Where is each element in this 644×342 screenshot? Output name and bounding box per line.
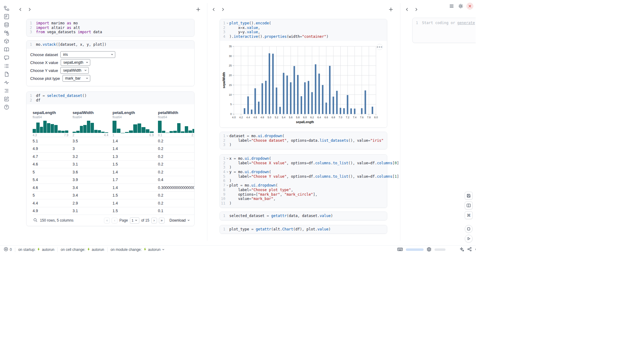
column-1-add-cell-button[interactable] [195, 6, 201, 12]
cpu-usage-bar [406, 248, 424, 251]
table-row[interactable]: 4.42.91.40.2setosa [33, 199, 194, 207]
run-config-item[interactable]: on module change:autorun [111, 247, 165, 252]
table-row[interactable]: 4.73.21.30.2setosa [33, 152, 194, 160]
code-editor[interactable]: 1plot_type = getattr(alt.Chart(df), plot… [220, 225, 387, 233]
marimo-file-icon[interactable] [3, 14, 10, 20]
column-1-move-right-button[interactable] [27, 7, 32, 12]
table-row[interactable]: 5.13.51.40.2setosa [33, 137, 194, 145]
first-page-button[interactable]: « [104, 218, 110, 223]
column-2-move-left-button[interactable] [211, 7, 216, 12]
table-row[interactable]: 53.61.40.2setosa [33, 168, 194, 176]
fold-chevron-icon[interactable] [225, 183, 229, 188]
fold-chevron-icon[interactable] [225, 161, 229, 166]
snippets-icon[interactable] [3, 71, 10, 77]
shutdown-close-button[interactable] [467, 3, 473, 9]
keyboard-shortcuts-button[interactable]: ⌘ [465, 211, 473, 219]
fold-chevron-icon[interactable] [225, 34, 229, 39]
column-3-move-right-button[interactable] [413, 7, 419, 12]
page-select[interactable]: 1 [130, 217, 139, 224]
keyboard-icon[interactable] [397, 247, 403, 253]
fold-chevron-icon[interactable] [225, 174, 229, 179]
fold-chevron-icon[interactable] [225, 156, 229, 161]
app-preview-button[interactable] [465, 225, 473, 233]
column-header[interactable]: petalWidthfloat640.12.5 [158, 110, 194, 137]
table-row[interactable]: 4.93.11.50.1setosa [33, 207, 194, 215]
fold-chevron-icon[interactable] [225, 30, 229, 34]
cell-new-empty[interactable]: 1Start coding or generate with AI [412, 18, 476, 43]
column-header[interactable]: sepalLengthfloat644.37.9 [33, 110, 73, 137]
fold-chevron-icon[interactable] [225, 165, 229, 170]
generate-with-ai-link[interactable]: generate [457, 21, 475, 25]
scratchpad-icon[interactable] [3, 96, 10, 102]
settings-gear-button[interactable] [457, 3, 464, 9]
code-editor[interactable]: 1selected_dataset = getattr(data, datase… [220, 212, 387, 220]
column-1-move-left-button[interactable] [18, 7, 23, 12]
power-icon[interactable] [475, 247, 476, 252]
ai-chat-icon[interactable] [3, 55, 10, 61]
database-icon[interactable] [3, 22, 10, 28]
status-bar: 0 on startup:autorunon cell change:autor… [0, 245, 476, 254]
table-row[interactable]: 4.63.41.40.30000000000000004setosa [33, 183, 194, 191]
documentation-icon[interactable] [3, 47, 10, 52]
file-tree-icon[interactable] [3, 5, 10, 11]
table-cell: 0.2 [158, 193, 194, 198]
notebook-menu-button[interactable] [448, 3, 455, 9]
code-editor[interactable]: 1mo.vstack([dataset, x, y, plot]) [27, 41, 194, 49]
fold-chevron-icon[interactable] [225, 170, 229, 174]
outline-icon[interactable] [3, 88, 10, 94]
fold-chevron-icon[interactable] [225, 188, 229, 192]
code-editor[interactable]: 1plot_type().encode(2 x=x.value,3 y=y.va… [220, 19, 387, 41]
code-editor[interactable]: 1dataset = mo.ui.dropdown(2 label="Choos… [220, 132, 387, 149]
run-config-item[interactable]: on startup:autorun [18, 247, 54, 252]
table-row[interactable]: 4.931.40.2setosa [33, 145, 194, 153]
run-config-item[interactable]: on cell change:autorun [61, 247, 104, 252]
help-icon[interactable] [3, 104, 10, 110]
logs-icon[interactable] [3, 63, 10, 69]
next-page-button[interactable]: › [151, 218, 157, 223]
column-3-move-left-button[interactable] [404, 7, 410, 12]
column-2-move-right-button[interactable] [220, 7, 226, 12]
line-number: 3 [27, 30, 32, 34]
layout-button[interactable] [465, 201, 473, 209]
table-row[interactable]: 4.63.11.50.2setosa [33, 160, 194, 168]
fold-chevron-icon[interactable] [225, 201, 229, 206]
fold-chevron-icon[interactable] [225, 197, 229, 201]
last-page-button[interactable]: » [159, 218, 165, 223]
fold-chevron-icon[interactable] [225, 26, 229, 30]
fold-chevron-icon[interactable] [225, 179, 229, 183]
select-choose-dataset[interactable]: iris [60, 51, 115, 58]
run-all-button[interactable] [465, 235, 473, 243]
save-button[interactable] [465, 192, 473, 200]
fold-chevron-icon[interactable] [225, 192, 229, 197]
fold-chevron-icon[interactable] [225, 138, 229, 143]
code-line: 1mo.vstack([dataset, x, y, plot]) [27, 42, 192, 47]
select-choose-x-value[interactable]: sepalLength [61, 59, 90, 66]
table-row[interactable]: 53.41.50.2setosa [33, 191, 194, 199]
select-choose-plot-type[interactable]: mark_bar [63, 75, 90, 82]
table-search-button[interactable] [33, 218, 38, 223]
table-row[interactable]: 5.43.91.70.4setosa [33, 176, 194, 184]
fold-chevron-icon[interactable] [225, 134, 229, 138]
connection-graph-icon[interactable] [467, 247, 472, 252]
column-header[interactable]: sepalWidthfloat6424.4 [73, 110, 113, 137]
cell-dataset-dropdown: 1dataset = mo.ui.dropdown(2 label="Choos… [220, 132, 387, 149]
variables-icon[interactable] [3, 30, 10, 36]
bar-chart[interactable]: 4.04.24.44.64.85.05.25.45.65.86.06.26.46… [222, 42, 380, 126]
table-cell: 1.4 [113, 139, 158, 143]
left-icon-rail [2, 5, 10, 110]
code-editor[interactable]: 1import marimo as mo2import altair as al… [27, 19, 194, 36]
packages-icon[interactable] [3, 38, 10, 44]
fold-chevron-icon[interactable] [225, 143, 229, 147]
control-label: Choose dataset [30, 52, 58, 57]
tracing-icon[interactable] [3, 80, 10, 85]
select-choose-y-value[interactable]: sepalWidth [60, 67, 89, 74]
code-editor[interactable]: 1x = mo.ui.dropdown(2 label="Choose X va… [220, 155, 387, 208]
prev-page-button[interactable]: ‹ [112, 218, 117, 223]
error-count-chip[interactable]: 0 [4, 247, 12, 252]
fold-chevron-icon[interactable] [225, 21, 229, 26]
download-button[interactable]: Download [170, 218, 190, 223]
column-header[interactable]: petalLengthfloat6416.9 [113, 110, 158, 137]
column-2-add-cell-button[interactable] [388, 6, 394, 12]
code-editor[interactable]: 1df = selected_dataset()2df [27, 92, 194, 104]
ai-sparkle-icon[interactable] [460, 247, 464, 252]
